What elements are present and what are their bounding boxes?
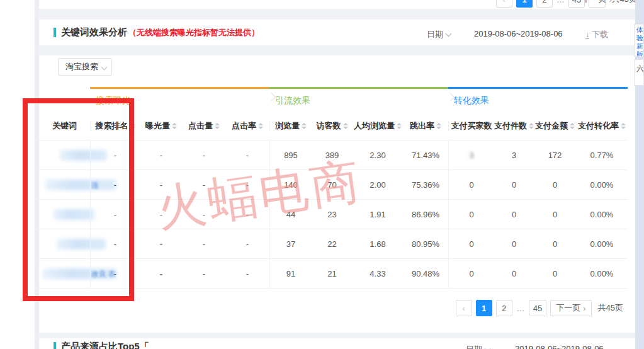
- sort-icon: [172, 123, 177, 129]
- table-cell: -: [140, 140, 183, 169]
- sort-icon: [436, 123, 441, 129]
- prev-page-button[interactable]: ‹: [456, 300, 472, 316]
- try-new-version-widget[interactable]: 体验新版: [634, 24, 644, 57]
- table-cell: 21: [312, 259, 353, 288]
- next-section-date-filter[interactable]: 日期: [466, 344, 490, 349]
- sort-up-icon: [570, 123, 575, 125]
- column-header-3[interactable]: 点击量: [183, 120, 225, 132]
- sort-icon: [570, 123, 575, 129]
- table-cell: 0: [448, 200, 494, 229]
- table-cell: -: [225, 259, 269, 288]
- next-page-button[interactable]: 下一页›: [550, 300, 591, 316]
- table-cell: 0: [448, 259, 494, 288]
- column-header-7[interactable]: 人均浏览量: [353, 120, 403, 132]
- table-cell: 895: [269, 140, 312, 169]
- table-cell: 37: [269, 229, 312, 258]
- next-page-button[interactable]: 下一页›: [589, 0, 606, 8]
- chevron-down-icon: [446, 31, 452, 37]
- table-cell: 1.68: [353, 229, 403, 258]
- table-cell: -: [225, 229, 269, 258]
- column-header-5[interactable]: 浏览量: [269, 120, 312, 132]
- table-pagination: ‹12…45下一页›共45页: [456, 300, 623, 316]
- table-cell: 0.77%: [576, 140, 628, 169]
- sort-down-icon: [302, 127, 307, 129]
- sort-icon: [343, 123, 348, 129]
- table-cell: 44: [269, 200, 312, 229]
- table-cell: -: [183, 140, 225, 169]
- table-cell: -: [183, 170, 225, 199]
- next-section-title: 产品来源占比Top5「: [61, 341, 149, 349]
- sort-up-icon: [302, 123, 307, 125]
- column-header-8[interactable]: 跳出率: [403, 120, 448, 132]
- table-cell: -: [225, 200, 269, 229]
- page-button-45[interactable]: 45: [529, 300, 546, 316]
- column-header-label: 支付件数: [494, 120, 527, 132]
- side-tool-widget[interactable]: 六: [634, 59, 644, 86]
- column-header-11[interactable]: 支付金额: [534, 120, 576, 132]
- table-cell: -: [183, 229, 225, 258]
- table-cell: 1.91: [353, 200, 403, 229]
- keyword-analysis-page: ‹12…45下一页›共45页 关键词效果分析（无线端搜索曝光指标暂无法提供） 日…: [0, 0, 644, 349]
- previous-section-pagination: ‹12…45下一页›共45页: [496, 0, 637, 8]
- column-header-12[interactable]: 支付转化率: [576, 120, 628, 132]
- table-cell: 2.00: [353, 170, 403, 199]
- table-cell: 0: [448, 229, 494, 258]
- channel-select[interactable]: 淘宝搜索: [58, 58, 112, 76]
- sort-icon: [621, 123, 626, 129]
- sort-down-icon: [621, 127, 626, 129]
- page-button-1[interactable]: 1: [516, 0, 533, 8]
- column-header-4[interactable]: 点击率: [225, 120, 269, 132]
- prev-page-button[interactable]: ‹: [496, 0, 512, 8]
- page-button-2[interactable]: 2: [496, 300, 512, 316]
- column-header-label: 跳出率: [410, 120, 434, 132]
- section-notice: （无线端搜索曝光指标暂无法提供）: [128, 28, 259, 37]
- column-header-10[interactable]: 支付件数: [494, 120, 534, 132]
- sort-down-icon: [529, 127, 534, 129]
- pagination-total: 共45页: [598, 302, 623, 314]
- table-cell: 3: [494, 140, 534, 169]
- section-gap: [39, 9, 635, 20]
- table-cell: 0: [448, 170, 494, 199]
- table-cell: -: [183, 259, 225, 288]
- page-button-1[interactable]: 1: [476, 300, 492, 316]
- page-button-2[interactable]: 2: [536, 0, 553, 8]
- sort-up-icon: [343, 123, 348, 125]
- date-filter[interactable]: 日期: [427, 29, 451, 40]
- table-cell: -: [140, 229, 183, 258]
- table-cell: 2.30: [353, 140, 403, 169]
- table-cell: 0.00%: [576, 259, 628, 288]
- red-annotation-box: [23, 98, 134, 301]
- sort-down-icon: [215, 127, 220, 129]
- pagination-total: 共45页: [612, 0, 637, 5]
- table-cell: 22: [312, 229, 353, 258]
- next-page-label: 下一页: [556, 302, 580, 314]
- column-header-label: 曝光量: [145, 120, 170, 132]
- sort-up-icon: [529, 123, 534, 125]
- pagination-ellipsis: …: [516, 304, 525, 313]
- table-cell: -: [140, 259, 183, 288]
- sort-icon: [529, 123, 534, 129]
- column-header-label: 点击率: [232, 120, 256, 132]
- table-cell: 0: [494, 229, 534, 258]
- column-header-label: 浏览量: [275, 120, 300, 132]
- sort-up-icon: [436, 123, 441, 125]
- table-cell: 0: [494, 259, 534, 288]
- pagination-ellipsis: …: [556, 0, 565, 4]
- column-header-6[interactable]: 访客数: [312, 120, 353, 132]
- column-header-9: 支付买家数: [448, 120, 494, 132]
- column-group-2: 转化效果: [448, 87, 628, 112]
- column-header-label: 支付买家数: [451, 120, 492, 132]
- sort-icon: [258, 123, 263, 129]
- download-button[interactable]: ↓下载: [585, 29, 608, 40]
- table-cell: 172: [534, 140, 576, 169]
- section-title-text: 关键词效果分析: [61, 26, 127, 37]
- sort-down-icon: [436, 127, 441, 129]
- section-title: 关键词效果分析（无线端搜索曝光指标暂无法提供）: [61, 26, 259, 38]
- table-cell: -: [140, 200, 183, 229]
- table-cell: 90.48%: [403, 259, 448, 288]
- column-group-1: 引流效果: [269, 87, 448, 112]
- sort-down-icon: [397, 127, 402, 129]
- column-header-2[interactable]: 曝光量: [140, 120, 183, 132]
- sort-up-icon: [258, 123, 263, 125]
- sort-down-icon: [258, 127, 263, 129]
